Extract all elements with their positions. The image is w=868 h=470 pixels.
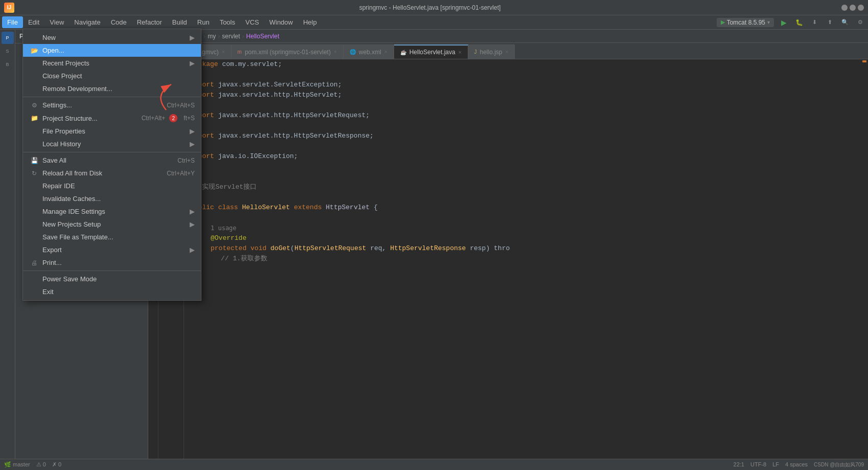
breadcrumb-servlet[interactable]: servlet	[222, 33, 240, 40]
menu-new-projects-setup[interactable]: New Projects Setup ▶	[23, 218, 201, 231]
tab-helloservlet[interactable]: ☕ HelloServlet.java ×	[394, 44, 468, 59]
menu-invalidate-label: Invalidate Caches...	[42, 195, 195, 203]
menu-reload[interactable]: ↻ Reload All from Disk Ctrl+Alt+Y	[23, 167, 201, 180]
minimize-btn[interactable]	[841, 5, 848, 11]
code-line-7	[190, 121, 855, 131]
tab-close-icon[interactable]: ×	[506, 49, 509, 55]
code-line-12	[190, 172, 855, 182]
menu-view[interactable]: View	[44, 16, 69, 28]
menu-tools[interactable]: Tools	[215, 16, 240, 28]
menu-new-projects-setup-label: New Projects Setup	[42, 220, 188, 228]
code-line-16	[190, 213, 855, 223]
editor-tabs: m pom.xml (springmvc) × m pom.xml (sprin…	[148, 43, 868, 59]
menu-export-label: Export	[42, 246, 188, 254]
menu-new[interactable]: New ▶	[23, 31, 201, 44]
menu-save-all[interactable]: 💾 Save All Ctrl+S	[23, 154, 201, 167]
menu-file[interactable]: File	[2, 16, 23, 28]
chevron-down-icon: ▾	[767, 19, 770, 25]
menu-repair[interactable]: Repair IDE	[23, 180, 201, 192]
menu-print[interactable]: 🖨 Print...	[23, 256, 201, 269]
code-line-1: package com.my.servlet;	[190, 59, 855, 70]
app-logo: IJ	[4, 3, 14, 13]
menu-code[interactable]: Code	[106, 16, 132, 28]
sidebar-bookmark-icon[interactable]: B	[2, 58, 14, 71]
menu-build[interactable]: Build	[167, 16, 192, 28]
arrow-icon: ▶	[190, 140, 195, 148]
tab-webxml[interactable]: 🌐 web.xml ×	[344, 44, 394, 59]
tab-close-icon[interactable]: ×	[222, 49, 225, 55]
menu-file-properties[interactable]: File Properties ▶	[23, 125, 201, 138]
git-push-button[interactable]: ⬆	[824, 17, 835, 28]
menu-print-label: Print...	[42, 259, 195, 266]
breadcrumb-helloservlet[interactable]: HelloServlet	[246, 33, 280, 40]
code-line-3: import javax.servlet.ServletException;	[190, 80, 855, 90]
code-content[interactable]: package com.my.servlet; import javax.ser…	[184, 59, 861, 469]
window-controls	[841, 5, 864, 11]
maximize-btn[interactable]	[850, 5, 856, 11]
menu-project-structure-label: Project Structure...	[42, 115, 138, 122]
menu-vcs[interactable]: VCS	[240, 16, 264, 28]
tab-pom-servlet[interactable]: m pom.xml (springmvc-01-servlet) ×	[232, 44, 344, 59]
menu-save-as-template[interactable]: Save File as Template...	[23, 231, 201, 243]
run-config-selector[interactable]: ▶ Tomcat 8.5.95 ▾	[717, 18, 774, 27]
tab-close-icon[interactable]: ×	[334, 49, 337, 55]
search-everywhere-button[interactable]: 🔍	[839, 17, 851, 28]
breadcrumb-bar: ⚙ | ≡ › java › com › my › servlet › Hell…	[148, 30, 868, 43]
menu-manage-ide[interactable]: Manage IDE Settings ▶	[23, 205, 201, 218]
status-indent[interactable]: 4 spaces	[785, 461, 808, 468]
sidebar-structure-icon[interactable]: S	[2, 45, 14, 57]
menu-refactor[interactable]: Refactor	[132, 16, 167, 28]
code-line-9	[190, 141, 855, 151]
run-button[interactable]: ▶	[778, 17, 789, 28]
menu-export[interactable]: Export ▶	[23, 243, 201, 256]
menu-repair-label: Repair IDE	[42, 182, 195, 190]
jsp-icon: J	[474, 49, 477, 55]
status-line-sep[interactable]: LF	[772, 461, 779, 468]
sidebar-project-icon[interactable]: P	[2, 32, 14, 44]
status-errors[interactable]: ✗ 0	[52, 461, 61, 468]
menu-separator	[23, 97, 201, 97]
menu-open[interactable]: 📂 Open...	[23, 44, 201, 57]
status-warnings[interactable]: ⚠ 0	[36, 461, 46, 468]
shortcut-label: ft+S	[184, 115, 195, 122]
menu-help[interactable]: Help	[298, 16, 322, 28]
status-git[interactable]: 🌿 master	[4, 461, 30, 468]
status-encoding[interactable]: UTF-8	[750, 461, 766, 468]
menu-run[interactable]: Run	[192, 16, 215, 28]
menu-project-structure[interactable]: 📁 Project Structure... Ctrl+Alt+ 2 ft+S	[23, 111, 201, 125]
menu-exit-label: Exit	[42, 288, 195, 296]
code-editor[interactable]: ⊖ ● 12345 678910 1112131415 1617181920 p…	[148, 59, 868, 469]
git-update-button[interactable]: ⬇	[809, 17, 820, 28]
breadcrumb-my[interactable]: my	[208, 33, 216, 40]
tab-hellojsp[interactable]: J hello.jsp ×	[468, 44, 515, 59]
menu-manage-ide-label: Manage IDE Settings	[42, 208, 188, 215]
code-line-18: @Override	[190, 233, 855, 243]
arrow-icon: ▶	[190, 246, 195, 254]
code-line-10: import java.io.IOException;	[190, 151, 855, 162]
menu-close-project[interactable]: Close Project	[23, 70, 201, 82]
menu-exit[interactable]: Exit	[23, 285, 201, 298]
menu-settings[interactable]: ⚙ Settings... Ctrl+Alt+S	[23, 99, 201, 111]
shortcut-label: Ctrl+Alt+S	[167, 102, 195, 109]
file-dropdown-menu: New ▶ 📂 Open... Recent Projects ▶ Close …	[22, 29, 201, 301]
menu-navigate[interactable]: Navigate	[69, 16, 105, 28]
tab-close-icon[interactable]: ×	[459, 50, 462, 55]
menu-invalidate[interactable]: Invalidate Caches...	[23, 192, 201, 205]
tab-close-icon[interactable]: ×	[384, 49, 387, 55]
menu-power-save[interactable]: Power Save Mode	[23, 273, 201, 285]
status-position[interactable]: 22:1	[734, 461, 744, 468]
menu-remote[interactable]: Remote Development...	[23, 82, 201, 95]
menu-window[interactable]: Window	[264, 16, 298, 28]
gear-icon: ⚙	[29, 102, 39, 109]
tab-label: web.xml	[359, 49, 381, 56]
status-csdn: CSDN @自由如风709	[814, 461, 864, 468]
menu-local-history[interactable]: Local History ▶	[23, 138, 201, 150]
shortcut-label: Ctrl+Alt+	[142, 115, 166, 122]
close-btn[interactable]	[858, 5, 864, 11]
arrow-icon: ▶	[190, 208, 195, 215]
menu-edit[interactable]: Edit	[23, 16, 44, 28]
xml-icon: 🌐	[350, 49, 356, 55]
menu-recent-projects[interactable]: Recent Projects ▶	[23, 57, 201, 70]
debug-button[interactable]: 🐛	[793, 17, 805, 28]
settings-button[interactable]: ⚙	[855, 17, 866, 28]
